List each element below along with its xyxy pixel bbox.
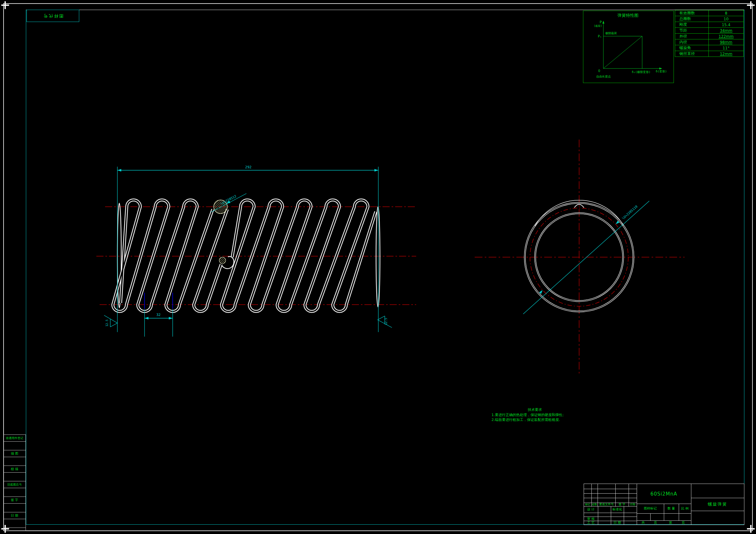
sidebar-empty-cell <box>4 472 26 481</box>
design-label: 设 计 <box>584 506 598 513</box>
title-block: 标记 处数 更改文件号 签 字 日期 设 计 标准化 审 核 工 艺 日 期 6… <box>584 484 744 525</box>
notes-line: 1.要进行正确的热处理，保证钢的硬度和弹性; <box>492 413 578 418</box>
chart-title: 弹簧特性图 <box>618 13 639 18</box>
material-label: 60Si2MnA <box>637 484 691 504</box>
table-row: 螺旋角 11° <box>675 45 744 51</box>
spec-label: 总圈数 <box>675 16 709 22</box>
spring-spec-table: 有效圈数 8 总圈数 10 刚度 15.4 节距 34mm 外径 122mm 内… <box>675 10 744 57</box>
process-label: 工 艺 <box>584 521 598 525</box>
table-row: 总圈数 10 <box>675 16 744 22</box>
spec-value: 10 <box>709 16 744 22</box>
table-row: 节距 34mm <box>675 28 744 34</box>
chart-origin: O <box>598 69 600 73</box>
sidebar-empty-cell <box>4 488 26 497</box>
chart-x1-label: δ₁(极限变形) <box>632 70 651 74</box>
rev-count-label: 处数 <box>591 503 598 506</box>
drawing-code-box: 图样代号 <box>27 10 79 22</box>
rev-date-label: 日期 <box>629 503 637 506</box>
spec-label: 钢丝直径 <box>675 51 709 57</box>
technical-notes: 技术要求 1.要进行正确的热处理，保证钢的硬度和弹性; 2.端面要进行粗加工，保… <box>492 407 578 422</box>
chart-x-label: δ(变形) <box>656 70 667 73</box>
characteristic-chart-svg: 弹簧特性图 P (载荷) P₁ 极限载荷 O δ₁(极限变形) δ(变形) 自由… <box>583 11 673 82</box>
chart-y-label: P <box>600 20 602 24</box>
inner-frame <box>26 10 744 525</box>
standardization-label: 标准化 <box>611 506 624 513</box>
table-row: 有效圈数 8 <box>675 10 744 16</box>
rev-docno-label: 更改文件号 <box>598 503 615 506</box>
table-row: 钢丝直径 12mm <box>675 51 744 57</box>
sidebar-empty-cell <box>4 457 26 466</box>
sidebar-item-check-tracing: 校 描 <box>4 466 26 472</box>
spring-characteristic-chart: 弹簧特性图 P (载荷) P₁ 极限载荷 O δ₁(极限变形) δ(变形) 自由… <box>583 11 674 83</box>
sidebar-item-signature: 签 字 <box>4 497 26 504</box>
sidebar-empty-cell <box>4 504 26 512</box>
rev-sign-label: 签 字 <box>615 503 629 506</box>
chart-limit-load: 极限载荷 <box>605 32 617 35</box>
date-label: 日 期 <box>611 521 624 525</box>
table-row: 刚度 15.4 <box>675 22 744 28</box>
sidebar-empty-cell <box>4 528 26 534</box>
spec-value: 15.4 <box>709 22 744 28</box>
pages-sheet-label: 第 <box>668 521 673 525</box>
pages-total-label: 共 <box>640 521 646 525</box>
drawing-code-label: 图样代号 <box>43 13 63 19</box>
chart-free-point: 自由长度点 <box>596 75 611 78</box>
spec-label: 内径 <box>675 39 709 45</box>
notes-title: 技术要求 <box>492 407 578 412</box>
spec-label: 螺旋角 <box>675 45 709 51</box>
spec-label: 有效圈数 <box>675 10 709 16</box>
spec-value: 12mm <box>709 51 744 57</box>
stamp-scale-label: 比 例 <box>679 504 691 513</box>
spec-value: 34mm <box>709 28 744 34</box>
sidebar-item-old-drawing-no: 旧底图总号 <box>4 481 26 488</box>
sidebar-item-reuse-record: 借通用件登记 <box>4 435 26 442</box>
spec-label: 外径 <box>675 34 709 39</box>
notes-line: 2.端面要进行粗加工，保证装配所需粗糙度. <box>492 418 578 422</box>
spec-value: 98mm <box>709 39 744 45</box>
chart-p1-label: P₁ <box>598 35 602 38</box>
cad-drawing-canvas: 292 32 \U+220512 \U+2205110 12.5 12.5 图样… <box>0 0 756 534</box>
part-name-label: 螺旋弹簧 <box>691 498 744 511</box>
spec-label: 节距 <box>675 28 709 34</box>
spec-label: 刚度 <box>675 22 709 28</box>
margin-sidebar: 借通用件登记 描 图 校 描 旧底图总号 签 字 日 期 <box>3 435 26 531</box>
chart-y-sublabel: (载荷) <box>594 25 602 27</box>
stamp-mark-label: 图样标记 <box>637 504 664 513</box>
sidebar-item-date: 日 期 <box>4 512 26 519</box>
pages-page2-label: 页 <box>681 521 686 525</box>
sidebar-empty-cell <box>4 442 26 450</box>
sidebar-item-tracing: 描 图 <box>4 450 26 457</box>
stamp-qty-label: 数 量 <box>664 504 679 513</box>
table-row: 内径 98mm <box>675 39 744 45</box>
spec-value: 11° <box>709 45 744 51</box>
spec-value: 122mm <box>709 34 744 39</box>
sidebar-empty-cell <box>4 519 26 528</box>
pages-page-label: 页 <box>653 521 658 525</box>
rev-mark-label: 标记 <box>584 503 591 506</box>
spec-value: 8 <box>709 10 744 16</box>
table-row: 外径 122mm <box>675 34 744 39</box>
